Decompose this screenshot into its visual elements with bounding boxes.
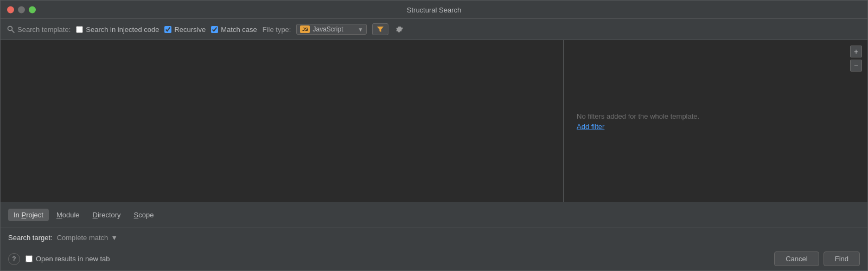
dialog-title: Structural Search <box>407 6 461 14</box>
help-button[interactable]: ? <box>8 253 20 265</box>
filters-panel: No filters added for the whole template.… <box>564 40 867 202</box>
find-button[interactable]: Find <box>824 251 860 266</box>
tab-directory[interactable]: Directory <box>87 209 126 221</box>
svg-line-1 <box>12 30 15 33</box>
open-results-checkbox[interactable] <box>25 255 33 262</box>
match-case-label[interactable]: Match case <box>221 25 257 34</box>
toolbar: Search template: Search in injected code… <box>1 19 867 40</box>
add-filter-link[interactable]: Add filter <box>577 122 604 131</box>
no-filters-text: No filters added for the whole template. <box>577 112 699 120</box>
cancel-button[interactable]: Cancel <box>774 251 819 266</box>
remove-filter-button[interactable]: − <box>850 60 862 72</box>
tab-in-project[interactable]: In Project <box>8 209 49 221</box>
search-injected-checkbox[interactable] <box>76 26 83 33</box>
tab-scope[interactable]: Scope <box>129 209 159 221</box>
tab-module[interactable]: Module <box>51 209 85 221</box>
minimize-button[interactable] <box>18 6 25 13</box>
add-filter-button[interactable]: + <box>850 46 862 57</box>
side-buttons: + − <box>850 46 862 72</box>
close-button[interactable] <box>7 6 14 13</box>
search-target-dropdown[interactable]: Complete match ▼ <box>57 234 118 242</box>
recursive-checkbox[interactable] <box>164 26 171 33</box>
match-case-group: Match case <box>211 25 257 34</box>
recursive-group: Recursive <box>164 25 206 34</box>
open-results-label[interactable]: Open results in new tab <box>36 255 110 263</box>
file-type-arrow-icon: ▼ <box>358 27 363 33</box>
search-target-arrow-icon: ▼ <box>111 234 118 242</box>
title-bar: Structural Search <box>1 1 867 19</box>
file-type-label: File type: <box>263 25 291 34</box>
scope-tabs: In Project Module Directory Scope <box>1 202 867 228</box>
search-injected-group: Search in injected code <box>76 25 159 34</box>
search-target-value: Complete match <box>57 234 108 242</box>
structural-search-dialog: Structural Search Search template: Searc… <box>0 0 868 271</box>
search-icon <box>7 25 15 33</box>
js-icon: JS <box>300 25 310 33</box>
recursive-label[interactable]: Recursive <box>174 25 206 34</box>
match-case-checkbox[interactable] <box>211 26 218 33</box>
filter-button[interactable] <box>372 23 388 35</box>
search-target-row: Search target: Complete match ▼ <box>1 228 867 247</box>
settings-button[interactable] <box>394 24 405 35</box>
action-buttons: Cancel Find <box>774 251 860 266</box>
window-controls <box>7 6 36 13</box>
open-results-group: Open results in new tab <box>25 255 769 263</box>
search-icon-label: Search template: <box>7 25 71 34</box>
file-type-dropdown[interactable]: JS JavaScript ▼ <box>296 24 367 35</box>
search-injected-label[interactable]: Search in injected code <box>86 25 159 34</box>
search-target-label: Search target: <box>8 234 53 242</box>
maximize-button[interactable] <box>29 6 36 13</box>
bottom-bar: ? Open results in new tab Cancel Find <box>1 247 867 270</box>
search-template-editor[interactable] <box>1 40 564 202</box>
file-type-value: JavaScript <box>312 25 343 33</box>
main-content: No filters added for the whole template.… <box>1 40 867 202</box>
search-template-label: Search template: <box>17 25 71 34</box>
